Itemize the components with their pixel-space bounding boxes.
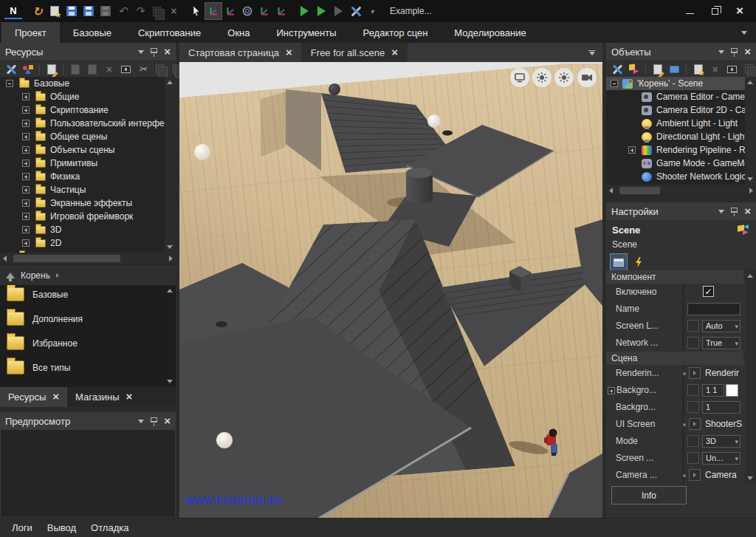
close-icon[interactable] <box>164 416 171 427</box>
close-icon[interactable] <box>744 47 751 58</box>
tree-item[interactable]: Camera Editor 2D - Cam <box>606 103 756 117</box>
reset-box[interactable] <box>687 337 699 349</box>
scene-viewport[interactable]: www.historian.by <box>179 62 602 518</box>
toolbar-overflow-button[interactable] <box>364 3 380 19</box>
pin-icon[interactable] <box>731 208 738 213</box>
reference-button[interactable] <box>689 418 701 430</box>
close-icon[interactable] <box>52 391 59 403</box>
menu-scripting[interactable]: Скриптование <box>125 22 214 43</box>
tree-item-scene-root[interactable]: 'Корень' - Scene <box>606 77 756 90</box>
close-icon[interactable] <box>164 47 171 58</box>
tree-item[interactable]: Ambient Light - Light <box>606 117 756 130</box>
panel-menu-icon[interactable] <box>718 50 724 54</box>
properties-view-button[interactable] <box>611 254 627 270</box>
events-view-button[interactable] <box>630 254 647 270</box>
scroll-up-icon[interactable] <box>167 81 173 84</box>
scroll-down-icon[interactable] <box>747 476 753 480</box>
save-all-button[interactable] <box>80 3 97 19</box>
scroll-down-icon[interactable] <box>167 380 173 383</box>
new-star-icon[interactable] <box>691 63 705 76</box>
select-cursor-button[interactable] <box>188 3 205 19</box>
scroll-up-icon[interactable] <box>747 81 753 84</box>
settings-vscrollbar[interactable] <box>745 270 756 484</box>
panel-menu-icon[interactable] <box>718 210 724 213</box>
reference-button[interactable] <box>689 367 701 379</box>
tree-item[interactable]: Пользовательский интерфейс <box>0 117 176 130</box>
copy-icon[interactable] <box>742 63 756 76</box>
tree-item[interactable]: Игровой фреймворк <box>0 210 176 223</box>
viewport-display-button[interactable] <box>510 68 529 87</box>
types-icon[interactable] <box>21 63 35 76</box>
move-tool-button[interactable] <box>205 3 221 19</box>
name-input[interactable] <box>687 303 740 315</box>
scroll-left-icon[interactable] <box>609 188 613 194</box>
scroll-right-icon[interactable] <box>169 256 173 261</box>
viewport-lighting-alt-button[interactable] <box>554 68 574 87</box>
delete-icon[interactable] <box>708 63 722 76</box>
info-button[interactable]: Info <box>611 486 687 504</box>
menu-tools[interactable]: Инструменты <box>264 22 350 43</box>
reset-box[interactable] <box>687 435 699 447</box>
dropdown[interactable]: Auto <box>702 320 740 332</box>
save-button[interactable] <box>63 3 80 19</box>
restore-button[interactable] <box>710 7 719 16</box>
pin-icon[interactable] <box>151 417 157 423</box>
tree-item[interactable]: Game Mode - GameMod <box>606 157 756 170</box>
reset-box[interactable] <box>687 452 699 464</box>
folder-item[interactable]: Базовые <box>0 285 176 309</box>
new-page-icon[interactable] <box>85 63 99 76</box>
folder-item[interactable]: Дополнения <box>0 309 176 334</box>
edit-icon[interactable] <box>650 63 664 76</box>
section-scene[interactable]: Сцена <box>606 352 743 365</box>
save-disabled-button[interactable] <box>97 3 114 19</box>
folder-list-vscrollbar[interactable] <box>165 285 176 387</box>
objects-tree-vscrollbar[interactable] <box>745 77 756 185</box>
panel-menu-icon[interactable] <box>138 50 144 54</box>
folder-icon[interactable] <box>667 63 681 76</box>
play-disabled-button[interactable] <box>330 3 346 19</box>
close-icon[interactable] <box>126 391 133 403</box>
objects-tree-hscrollbar[interactable] <box>606 185 756 196</box>
scroll-up-icon[interactable] <box>747 274 753 278</box>
close-icon[interactable] <box>286 47 292 58</box>
select-frame-icon[interactable] <box>725 63 739 76</box>
import-icon[interactable] <box>68 63 82 76</box>
copy-icon[interactable] <box>153 63 167 76</box>
tab-start-page[interactable]: Стартовая страница <box>179 43 302 62</box>
tree-item[interactable]: Общие <box>0 90 176 103</box>
folder-item[interactable]: Избранное <box>0 334 176 358</box>
status-tab-debug[interactable]: Отладка <box>86 521 134 535</box>
move-snap-tool-button[interactable] <box>222 3 238 19</box>
section-component[interactable]: Компонент <box>606 270 743 284</box>
dropdown[interactable]: Un... <box>702 452 740 465</box>
reset-box[interactable] <box>687 320 699 332</box>
cut-icon[interactable] <box>136 63 150 76</box>
delete-icon[interactable] <box>102 63 116 76</box>
tab-scene-document[interactable]: Free for all.scene <box>302 43 408 62</box>
hscroll-thumb[interactable] <box>13 255 120 262</box>
color-value-field[interactable]: 1 1 <box>702 384 724 397</box>
app-logo[interactable]: N <box>4 3 22 19</box>
tools-icon[interactable] <box>4 63 18 76</box>
menu-basic[interactable]: Базовые <box>60 22 125 43</box>
tree-item[interactable]: Shooter Network Logic - <box>606 170 756 183</box>
menu-project[interactable]: Проект <box>1 22 60 43</box>
rotate-tool-button[interactable] <box>239 3 255 19</box>
menu-scene-editor[interactable]: Редактор сцен <box>350 22 441 43</box>
tools-icon[interactable] <box>610 63 624 76</box>
scroll-left-icon[interactable] <box>3 256 7 261</box>
tree-item[interactable]: Общее сцены <box>0 130 176 143</box>
close-icon[interactable] <box>391 47 398 58</box>
components-icon[interactable] <box>627 63 641 76</box>
chevron-right-icon[interactable] <box>56 273 59 278</box>
new-file-button[interactable] <box>47 3 63 19</box>
tab-resources[interactable]: Ресурсы <box>0 387 67 407</box>
viewport-camera-button[interactable] <box>577 68 597 87</box>
status-tab-output[interactable]: Вывод <box>42 521 81 535</box>
scroll-up-icon[interactable] <box>167 289 173 293</box>
viewport-lighting-button[interactable] <box>532 68 551 87</box>
scroll-down-icon[interactable] <box>747 177 753 181</box>
breadcrumb[interactable]: Корень <box>21 270 50 281</box>
tree-item[interactable]: Частицы <box>0 183 176 196</box>
translate-tool-button[interactable] <box>256 3 272 19</box>
